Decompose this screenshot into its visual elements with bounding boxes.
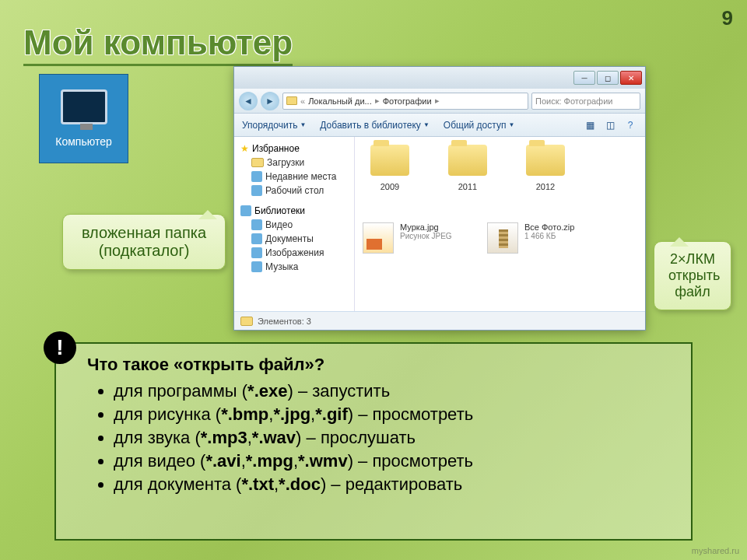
computer-desktop-icon[interactable]: Компьютер: [39, 74, 128, 163]
back-button[interactable]: ◄: [239, 92, 258, 110]
maximize-button[interactable]: ◻: [597, 71, 619, 85]
folder-icon: [240, 317, 253, 326]
info-bullet: для программы (*.exe) – запустить: [114, 381, 672, 401]
monitor-icon: [61, 89, 107, 124]
sidebar-libraries[interactable]: Библиотеки: [237, 204, 351, 218]
exclamation-icon: !: [44, 331, 76, 364]
folder-2011[interactable]: 2011: [440, 145, 495, 191]
computer-label: Компьютер: [55, 135, 111, 148]
sidebar-video[interactable]: Видео: [237, 218, 351, 232]
folder-2012[interactable]: 2012: [518, 145, 573, 191]
breadcrumb[interactable]: « Локальный ди... ▸ Фотографии ▸: [282, 93, 528, 110]
help-icon[interactable]: ?: [623, 118, 637, 132]
folder-2009[interactable]: 2009: [363, 145, 417, 191]
callout-doubleclick: 2×ЛКМ открыть файл: [654, 241, 731, 310]
breadcrumb-part: Фотографии: [383, 96, 432, 106]
sidebar-pictures[interactable]: Изображения: [237, 246, 351, 260]
file-pane: 2009 2011 2012 Мурка.jpgРисунок JPEG Все…: [355, 137, 645, 311]
explorer-window: ─ ◻ ✕ ◄ ► « Локальный ди... ▸ Фотографии…: [233, 66, 646, 331]
watermark: myshared.ru: [692, 546, 739, 555]
folder-icon: [526, 145, 565, 176]
titlebar: ─ ◻ ✕: [234, 67, 645, 89]
pictures-icon: [251, 247, 262, 258]
close-button[interactable]: ✕: [620, 71, 642, 85]
add-to-library-menu[interactable]: Добавить в библиотеку▼: [320, 120, 429, 131]
view-icon[interactable]: ▦: [583, 118, 597, 132]
folder-icon: [448, 145, 487, 176]
info-box: ! Что такое «открыть файл»? для программ…: [54, 342, 693, 541]
organize-menu[interactable]: Упорядочить▼: [242, 120, 306, 131]
search-input[interactable]: Поиск: Фотографии: [531, 93, 640, 110]
share-menu[interactable]: Общий доступ▼: [444, 120, 515, 131]
sidebar-recent[interactable]: Недавние места: [237, 170, 351, 184]
callout-subfolder: вложенная папка (подкаталог): [62, 214, 226, 270]
sidebar-downloads[interactable]: Загрузки: [237, 156, 351, 170]
info-bullet: для звука (*.mp3,*.wav) – прослушать: [114, 428, 672, 448]
music-icon: [251, 261, 262, 272]
folder-icon: [286, 96, 297, 105]
image-file-icon: [363, 222, 394, 254]
library-icon: [240, 205, 251, 216]
preview-pane-icon[interactable]: ◫: [603, 118, 617, 132]
file-image[interactable]: Мурка.jpgРисунок JPEG: [363, 222, 464, 254]
toolbar: Упорядочить▼ Добавить в библиотеку▼ Общи…: [234, 114, 645, 137]
sidebar: ★Избранное Загрузки Недавние места Рабоч…: [234, 137, 355, 311]
sidebar-favorites[interactable]: ★Избранное: [237, 142, 351, 156]
info-bullet: для рисунка (*.bmp,*.jpg,*.gif) – просмо…: [114, 404, 672, 425]
statusbar: Элементов: 3: [234, 311, 645, 330]
forward-button[interactable]: ►: [261, 92, 279, 110]
status-text: Элементов: 3: [258, 317, 311, 326]
desktop-icon: [251, 185, 262, 196]
video-icon: [251, 219, 262, 230]
recent-icon: [251, 171, 262, 182]
folder-icon: [370, 145, 409, 176]
breadcrumb-part: Локальный ди...: [308, 96, 372, 106]
minimize-button[interactable]: ─: [573, 71, 595, 85]
file-zip[interactable]: Все Фото.zip1 466 КБ: [487, 222, 588, 254]
page-number: 9: [722, 6, 733, 30]
navbar: ◄ ► « Локальный ди... ▸ Фотографии ▸ Пои…: [234, 89, 645, 114]
zip-file-icon: [487, 222, 518, 254]
sidebar-documents[interactable]: Документы: [237, 232, 351, 246]
slide-title: Мой компьютер: [23, 23, 293, 66]
info-bullet: для видео (*.avi,*.mpg,*.wmv) – просмотр…: [114, 451, 672, 471]
star-icon: ★: [240, 143, 249, 154]
folder-icon: [251, 158, 264, 167]
info-question: Что такое «открыть файл»?: [87, 355, 672, 375]
sidebar-music[interactable]: Музыка: [237, 260, 351, 274]
documents-icon: [251, 233, 262, 244]
info-bullet: для документа (*.txt,*.doc) – редактиров…: [114, 474, 672, 495]
sidebar-desktop[interactable]: Рабочий стол: [237, 184, 351, 198]
